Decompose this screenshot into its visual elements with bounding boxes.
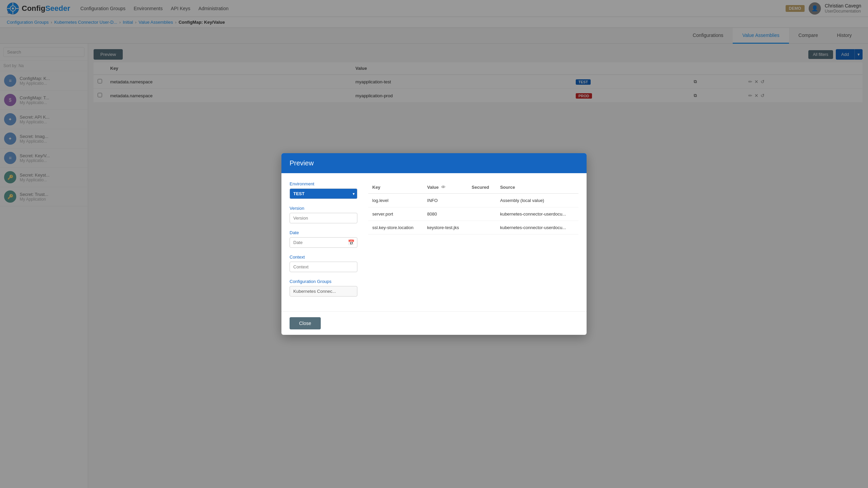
preview-row-3: ssl.key-store.location keystore-test.jks… [368,221,578,235]
preview-key-1: log.level [368,194,423,207]
preview-row-2: server.port 8080 kubernetes-connector-us… [368,207,578,221]
eye-icon[interactable]: 👁 [441,185,446,190]
preview-th-value: Value 👁 [423,181,468,194]
preview-th-key: Key [368,181,423,194]
date-input[interactable] [290,237,357,248]
modal-form: Environment TEST PROD ▾ Version Date [290,181,357,303]
preview-source-1: Assembly (local value) [496,194,578,207]
preview-key-2: server.port [368,207,423,221]
date-group: Date 📅 [290,230,357,248]
preview-th-source: Source [496,181,578,194]
preview-table: Key Value 👁 Secured Source log.l [368,181,578,235]
preview-source-3: kubernetes-connector-userdocu... [496,221,578,235]
modal-footer: Close [281,311,587,335]
preview-value-1: INFO [423,194,468,207]
preview-value-2: 8080 [423,207,468,221]
context-label: Context [290,255,357,260]
modal-body: Environment TEST PROD ▾ Version Date [281,173,587,311]
preview-secured-3 [468,221,496,235]
config-groups-group: Configuration Groups Kubernetes Connec..… [290,279,357,297]
preview-source-2: kubernetes-connector-userdocu... [496,207,578,221]
modal-overlay: Preview Environment TEST PROD ▾ Version [0,0,868,488]
preview-row-1: log.level INFO Assembly (local value) [368,194,578,207]
context-input[interactable] [290,262,357,272]
preview-value-3: keystore-test.jks [423,221,468,235]
version-input[interactable] [290,213,357,223]
config-groups-label: Configuration Groups [290,279,357,284]
modal-title: Preview [290,159,314,167]
preview-secured-1 [468,194,496,207]
modal-header: Preview [281,153,587,173]
environment-select-wrapper: TEST PROD ▾ [290,188,357,199]
version-label: Version [290,206,357,211]
preview-th-secured: Secured [468,181,496,194]
preview-modal: Preview Environment TEST PROD ▾ Version [281,153,587,335]
environment-group: Environment TEST PROD ▾ [290,181,357,199]
calendar-icon[interactable]: 📅 [348,239,355,246]
close-button[interactable]: Close [290,317,321,329]
config-groups-value: Kubernetes Connec... [290,286,357,297]
preview-key-3: ssl.key-store.location [368,221,423,235]
modal-table-area: Key Value 👁 Secured Source log.l [368,181,578,303]
environment-label: Environment [290,181,357,186]
date-label: Date [290,230,357,235]
preview-secured-2 [468,207,496,221]
environment-select[interactable]: TEST PROD [290,188,357,199]
version-group: Version [290,206,357,223]
context-group: Context [290,255,357,272]
